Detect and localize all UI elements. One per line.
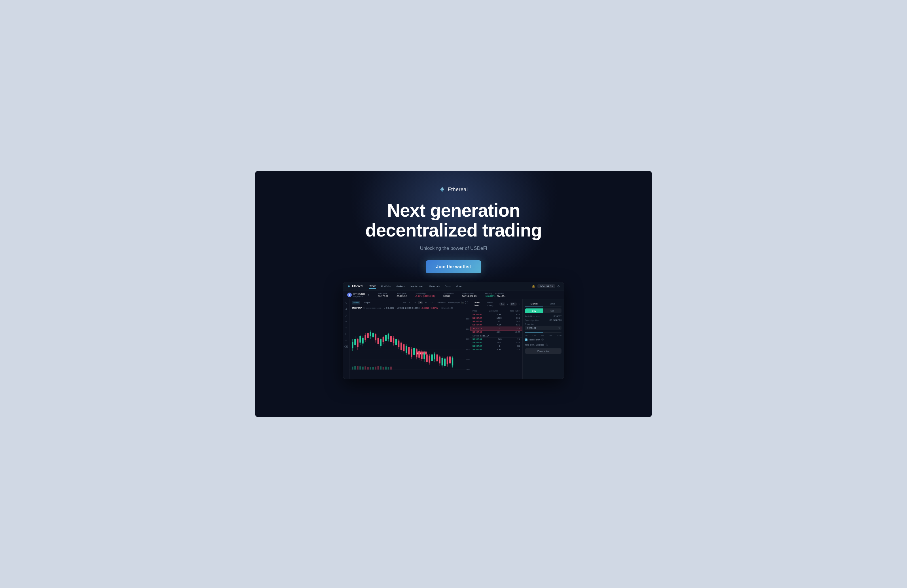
- svg-rect-17: [357, 339, 358, 347]
- svg-rect-29: [372, 333, 373, 337]
- ticker-bar: Ξ ETH-USD Perpetuals ▼ Mark price $3,170…: [343, 291, 564, 299]
- wallet-address[interactable]: 0x34...34d53: [537, 284, 555, 288]
- ruler-tool[interactable]: ⊢: [345, 332, 348, 336]
- nav-trade[interactable]: Trade: [369, 284, 376, 289]
- reduce-only-checkbox[interactable]: ✓: [525, 339, 527, 341]
- svg-rect-99: [362, 366, 363, 369]
- svg-rect-21: [362, 338, 363, 343]
- nav-portfolio[interactable]: Portfolio: [381, 284, 391, 288]
- orderbook-header: Order book Trade history 0.1 ▼ ETH ▼: [470, 299, 522, 309]
- bid-row-4[interactable]: $3,567.04 4.44 72.2: [470, 348, 522, 351]
- orderbook-spread: Spread $3,567.04: [470, 334, 522, 338]
- svg-text:2550: 2550: [466, 369, 470, 370]
- text-tool[interactable]: T: [345, 326, 348, 330]
- notification-icon[interactable]: 🔔: [532, 284, 535, 288]
- ask-row-1[interactable]: $3,567.04 6.89 63.4: [470, 313, 522, 316]
- pair-name: ETH-USD: [353, 292, 365, 296]
- svg-rect-59: [411, 349, 412, 357]
- tf-15[interactable]: 15: [412, 301, 417, 304]
- chart-ohlc-info: ETH-PERP 5 dexscreener.com ● O 1.9982 H …: [349, 306, 470, 310]
- leverage-badge: 5: [363, 307, 364, 309]
- svg-rect-80: [434, 353, 435, 359]
- crosshair-tool[interactable]: ✚: [345, 307, 348, 311]
- fullscreen-icon[interactable]: ⛶: [465, 301, 468, 304]
- sell-tab[interactable]: Sell: [543, 308, 562, 313]
- app-preview: Ethereal Trade Portfolio Markets Leaderb…: [343, 282, 564, 379]
- tf-1h[interactable]: 1h: [418, 301, 423, 304]
- ask-row-6[interactable]: $3,567.04 4.21 46.05: [470, 331, 522, 334]
- chart-svg: 2630 2600 2580 2570 2560 2550: [349, 310, 470, 374]
- trading-pair: Ξ ETH-USD Perpetuals ▼: [347, 292, 370, 297]
- pencil-tool[interactable]: ✎: [345, 320, 348, 324]
- ethereal-logo-icon: [439, 186, 445, 193]
- tf-5[interactable]: 5: [408, 301, 411, 304]
- reduce-only-row[interactable]: ✓ Reduce only ⓘ: [525, 338, 561, 341]
- nav-right: 🔔 0x34...34d53 ⚙: [532, 284, 560, 288]
- slider-fill: [525, 332, 543, 332]
- tf-1d[interactable]: 1D: [429, 301, 434, 304]
- ask-row-5-highlighted[interactable]: $3,567.04 2 50.3: [470, 327, 522, 331]
- price-tab[interactable]: Price: [352, 301, 360, 305]
- ask-row-3[interactable]: $3,567.04 10 74.3: [470, 320, 522, 323]
- bid-row-1[interactable]: $3,567.04 3.65 7.4: [470, 338, 522, 341]
- circle-tool[interactable]: ○: [345, 339, 348, 342]
- order-highlight-btn[interactable]: Order highlight: [447, 302, 460, 304]
- bid-row-2[interactable]: $3,567.04 39.6 53.3: [470, 341, 522, 344]
- tf-1m[interactable]: 1m: [402, 301, 407, 304]
- nav-leaderboard[interactable]: Leaderboard: [410, 284, 424, 288]
- place-order-button[interactable]: Place order: [525, 348, 561, 354]
- join-waitlist-button[interactable]: Join the waitlist: [426, 260, 481, 273]
- nav-more[interactable]: More: [456, 284, 462, 288]
- ask-row-2[interactable]: $3,567.04 14.88 88.3: [470, 316, 522, 320]
- bid-row-3[interactable]: $3,567.04 2 581: [470, 344, 522, 348]
- pair-dropdown-icon[interactable]: ▼: [367, 294, 370, 296]
- market-tab[interactable]: Market: [525, 302, 543, 307]
- star-decoration: [620, 282, 621, 283]
- tools-sidebar: ↖ ✚ ╱ ✎ T ⊢ ○ ⌫: [343, 299, 349, 379]
- settings-icon[interactable]: ⚙: [557, 284, 560, 288]
- svg-rect-100: [364, 366, 366, 369]
- order-slider[interactable]: [525, 332, 561, 332]
- cursor-tool[interactable]: ↖: [345, 301, 348, 305]
- main-container: Ethereal Next generation decentralized t…: [255, 171, 652, 417]
- svg-rect-86: [442, 358, 443, 366]
- svg-rect-104: [375, 366, 377, 369]
- svg-text:2570: 2570: [466, 348, 470, 350]
- qty-dropdown-icon[interactable]: ▼: [506, 303, 508, 305]
- svg-rect-108: [385, 366, 386, 369]
- svg-text:2580: 2580: [466, 338, 470, 340]
- camera-icon[interactable]: 📷: [461, 301, 464, 304]
- brand-logo: Ethereal: [439, 186, 468, 193]
- indicators-btn[interactable]: Indicators: [437, 302, 445, 304]
- slider-markers: 0% 25% 50% 75% 100%: [525, 334, 561, 336]
- nav-docs[interactable]: Docs: [445, 284, 451, 288]
- orderbook-tab[interactable]: Order book: [473, 301, 484, 307]
- nav-markets[interactable]: Markets: [396, 284, 405, 288]
- limit-tab[interactable]: Limit: [543, 302, 562, 307]
- buy-tab[interactable]: Buy: [525, 308, 543, 313]
- order-size-field: Order size 5.545151 €: [525, 323, 561, 330]
- line-tool[interactable]: ╱: [345, 313, 348, 318]
- qty-selector[interactable]: 0.1: [499, 302, 505, 305]
- order-size-input[interactable]: 5.545151 €: [525, 326, 561, 330]
- nav-referrals[interactable]: Referrals: [429, 284, 440, 288]
- currency-selector[interactable]: ETH: [510, 302, 517, 305]
- app-navbar: Ethereal Trade Portfolio Markets Leaderb…: [343, 282, 564, 291]
- currency-dropdown-icon[interactable]: ▼: [518, 303, 520, 305]
- funding-stat: Funding / Countdown +0.0016% 36m:25s: [485, 292, 505, 297]
- trading-area: ↖ ✚ ╱ ✎ T ⊢ ○ ⌫ Price Depth 1m 5 15: [343, 299, 564, 379]
- svg-rect-82: [436, 354, 438, 361]
- trade-history-tab[interactable]: Trade history: [485, 301, 498, 307]
- svg-rect-74: [426, 354, 428, 362]
- depth-tab[interactable]: Depth: [362, 301, 372, 305]
- eraser-tool[interactable]: ⌫: [345, 345, 348, 349]
- ask-row-4[interactable]: $3,567.04 4.24 52.3: [470, 323, 522, 327]
- eth-coin-icon: Ξ: [347, 292, 352, 297]
- svg-rect-31: [375, 334, 377, 340]
- tf-4h[interactable]: 4h: [424, 301, 428, 304]
- candlestick-chart[interactable]: 2630 2600 2580 2570 2560 2550: [349, 310, 470, 374]
- orderbook-cols: Price Size (ETH) Total (ETH): [470, 309, 522, 313]
- available-trade-row: Available to trade 10,742.77: [525, 315, 561, 317]
- take-profit-row[interactable]: Take profit / Stop loss ⓘ: [525, 343, 561, 347]
- slider-track: [525, 332, 561, 332]
